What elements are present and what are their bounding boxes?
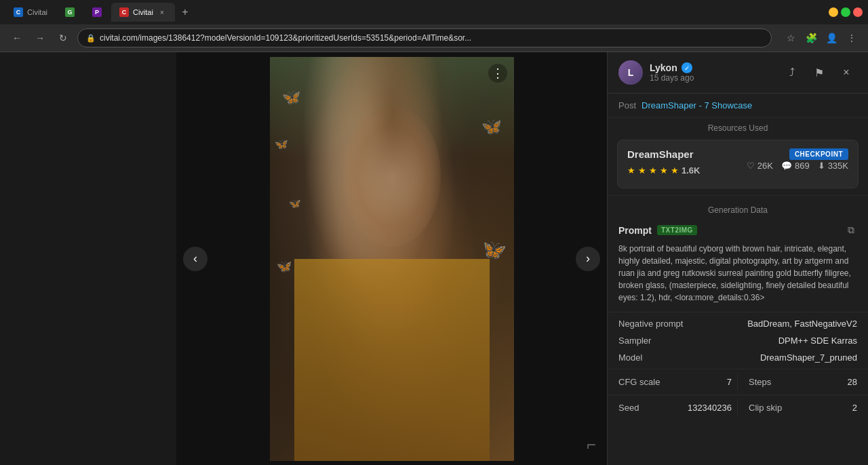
likes-stat: ♡ 26K	[747, 161, 773, 171]
negative-prompt-value: BadDream, FastNegativeV2	[747, 319, 857, 329]
more-menu-button[interactable]: ⋮	[488, 64, 507, 83]
seed-row: Seed 132340236	[618, 399, 738, 416]
seed-clip-grid: Seed 132340236 Clip skip 2	[608, 398, 868, 418]
flag-button[interactable]: ⚑	[808, 62, 830, 83]
star-4: ★	[660, 165, 668, 176]
header-actions: ⤴ ⚑ ×	[781, 62, 857, 83]
star-1: ★	[627, 165, 635, 176]
likes-count: 26K	[757, 161, 773, 171]
seed-label: Seed	[618, 403, 639, 413]
divider-1	[608, 195, 868, 196]
steps-label: Steps	[749, 377, 771, 387]
minimize-button[interactable]	[829, 7, 838, 17]
close-button[interactable]	[853, 7, 863, 17]
tab-2[interactable]: G	[57, 3, 83, 22]
txt2img-badge: TXT2IMG	[657, 225, 697, 235]
main-content: ‹ 🦋 🦋 🦋 🦋 🦋 🦋 ⋮ › ⌐ L	[0, 52, 868, 465]
checkpoint-badge: CHECKPOINT	[789, 148, 848, 160]
star-5: ★	[671, 165, 679, 176]
cfg-row: CFG scale 7	[618, 373, 738, 390]
share-button[interactable]: ⤴	[781, 62, 803, 83]
generation-title: Generation Data	[608, 199, 868, 218]
menu-icon[interactable]: ⋮	[844, 30, 860, 46]
stats-row: ♡ 26K 💬 869 ⬇ 335K	[747, 161, 848, 171]
window-controls	[829, 7, 863, 17]
clip-skip-value: 2	[852, 403, 857, 413]
prompt-header: Prompt TXT2IMG ⧉	[618, 222, 857, 239]
comments-stat: 💬 869	[781, 161, 810, 171]
downloads-stat: ⬇ 335K	[818, 161, 848, 171]
resource-header: DreamShaper CHECKPOINT	[627, 148, 848, 160]
comment-icon: 💬	[781, 161, 792, 171]
timestamp: 15 days ago	[650, 73, 774, 83]
profile-icon[interactable]: 👤	[823, 30, 840, 46]
rating-count: 1.6K	[682, 165, 700, 176]
cfg-value: 7	[727, 377, 732, 387]
back-button[interactable]: ←	[8, 29, 26, 47]
portrait-image: 🦋 🦋 🦋 🦋 🦋 🦋 ⋮	[270, 57, 514, 461]
model-label: Model	[618, 352, 642, 363]
clip-skip-label: Clip skip	[749, 403, 782, 413]
forward-button[interactable]: →	[31, 29, 49, 47]
resource-card: DreamShaper CHECKPOINT ★ ★ ★ ★ ★ 1.6K ♡	[617, 140, 859, 188]
avatar: L	[618, 60, 643, 85]
divider-3	[608, 369, 868, 369]
tab-close[interactable]: ×	[157, 7, 167, 17]
left-sidebar	[0, 52, 176, 465]
star-2: ★	[638, 165, 646, 176]
right-panel: L Lykon ✓ 15 days ago ⤴ ⚑ × Post DreamSh…	[607, 52, 868, 465]
url-bar[interactable]: 🔒 civitai.com/images/1386412?modelVersio…	[77, 28, 772, 47]
tab-bar: C Civitai G P C Civitai × +	[0, 0, 868, 24]
prompt-section: Prompt TXT2IMG ⧉ 8k portrait of beautifu…	[608, 218, 868, 309]
tab-1[interactable]: C Civitai	[5, 3, 56, 22]
bookmark-icon[interactable]: ☆	[783, 30, 799, 46]
refresh-button[interactable]: ↻	[54, 29, 72, 47]
model-value: DreamShaper_7_pruned	[760, 352, 857, 363]
model-row: Model DreamShaper_7_pruned	[608, 349, 868, 366]
prev-image-button[interactable]: ‹	[183, 247, 208, 271]
post-link[interactable]: DreamShaper - 7 Showcase	[642, 100, 752, 110]
download-icon: ⬇	[818, 161, 825, 171]
clip-skip-row: Clip skip 2	[738, 399, 857, 416]
next-image-button[interactable]: ›	[576, 247, 600, 271]
copy-prompt-button[interactable]: ⧉	[845, 222, 857, 239]
divider-2	[608, 312, 868, 312]
cfg-label: CFG scale	[618, 377, 660, 387]
steps-value: 28	[848, 377, 857, 387]
user-info: Lykon ✓ 15 days ago	[650, 62, 774, 83]
stars-row: ★ ★ ★ ★ ★ 1.6K	[627, 165, 700, 176]
butterfly-1: 🦋	[282, 89, 300, 106]
sampler-value: DPM++ SDE Karras	[778, 336, 857, 346]
downloads-count: 335K	[828, 161, 848, 171]
butterfly-6: 🦋	[483, 239, 507, 261]
username-row: Lykon ✓	[650, 62, 774, 73]
heart-icon: ♡	[747, 161, 755, 171]
seed-value: 132340236	[688, 403, 732, 413]
tab-3[interactable]: P	[84, 3, 110, 22]
cfg-steps-grid: CFG scale 7 Steps 28	[608, 372, 868, 392]
close-panel-button[interactable]: ×	[835, 62, 857, 83]
star-3: ★	[649, 165, 657, 176]
post-section: Post DreamShaper - 7 Showcase	[608, 94, 868, 118]
sampler-label: Sampler	[618, 336, 651, 346]
prompt-label: Prompt	[618, 225, 652, 236]
butterfly-4: 🦋	[277, 259, 292, 274]
lock-icon: 🔒	[86, 34, 96, 43]
divider-4	[608, 395, 868, 395]
new-tab-button[interactable]: +	[176, 3, 194, 21]
url-text: civitai.com/images/1386412?modelVersionI…	[100, 33, 763, 43]
browser-toolbar: ☆ 🧩 👤 ⋮	[783, 30, 860, 46]
butterfly-3: 🦋	[289, 198, 300, 209]
active-tab-label: Civitai	[133, 8, 153, 16]
username: Lykon	[650, 62, 677, 73]
generation-section: Generation Data Prompt TXT2IMG ⧉ 8k port…	[608, 199, 868, 418]
maximize-button[interactable]	[841, 7, 850, 17]
tab-active[interactable]: C Civitai ×	[111, 3, 175, 22]
negative-prompt-row: Negative prompt BadDream, FastNegativeV2	[608, 315, 868, 332]
extensions-icon[interactable]: 🧩	[803, 30, 819, 46]
butterfly-2: 🦋	[275, 138, 288, 150]
resource-name: DreamShaper	[627, 148, 694, 160]
corner-expand-icon: ⌐	[587, 435, 596, 454]
address-bar: ← → ↻ 🔒 civitai.com/images/1386412?model…	[0, 24, 868, 52]
verified-icon: ✓	[682, 62, 692, 73]
